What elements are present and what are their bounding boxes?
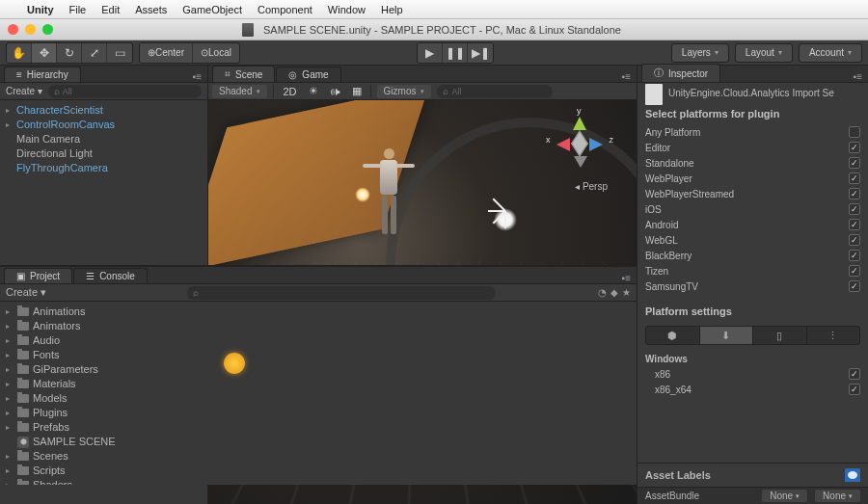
folder-plugins[interactable]: ▸Plugins [6, 406, 631, 420]
gizmo-x-axis[interactable] [550, 138, 570, 151]
audio-toggle-icon[interactable]: 🕪 [327, 86, 343, 97]
assetbundle-name-dropdown[interactable]: None [762, 490, 807, 502]
move-tool[interactable]: ✥ [32, 43, 57, 63]
folder-audio[interactable]: ▸Audio [6, 333, 631, 348]
scene-search[interactable]: All [437, 85, 553, 98]
folder-models[interactable]: ▸Models [6, 391, 631, 406]
scene-character[interactable] [374, 148, 403, 245]
zoom-window-button[interactable] [42, 24, 53, 35]
assetbundle-label: AssetBundle [645, 491, 699, 501]
hierarchy-item-characterscientist[interactable]: ▸CharacterScientist [6, 103, 202, 118]
platform-checkbox-webgl[interactable] [849, 234, 860, 246]
folder-animations[interactable]: ▸Animations [6, 305, 631, 319]
menu-file[interactable]: File [69, 4, 87, 15]
minimize-window-button[interactable] [25, 24, 36, 35]
shading-mode-dropdown[interactable]: Shaded [212, 85, 267, 98]
inspector-tab[interactable]: ⓘInspector [641, 64, 720, 82]
hierarchy-item-flythroughcamera[interactable]: FlyThroughCamera [6, 161, 202, 175]
orientation-gizmo[interactable]: y x z [546, 110, 613, 177]
hierarchy-item-controlroomcanvas[interactable]: ▸ControlRoomCanvas [6, 118, 202, 132]
platform-checkbox-android[interactable] [849, 219, 860, 230]
project-tab[interactable]: ▣Project [4, 268, 72, 283]
layers-dropdown[interactable]: Layers [671, 43, 729, 63]
platform-tab-other[interactable]: ⋮ [807, 327, 860, 344]
hierarchy-search[interactable]: All [48, 85, 202, 98]
platform-checkbox-tizen[interactable] [849, 265, 860, 277]
folder-prefabs[interactable]: ▸Prefabs [6, 420, 631, 435]
folder-fonts[interactable]: ▸Fonts [6, 348, 631, 362]
platform-checkbox-webplayer[interactable] [849, 172, 860, 184]
folder-giparameters[interactable]: ▸GiParameters [6, 362, 631, 377]
scene-tab[interactable]: ⌗Scene [212, 66, 275, 82]
platform-checkbox-webplayerstreamed[interactable] [849, 188, 860, 199]
search-filter-type-icon[interactable]: ◆ [610, 287, 618, 298]
pause-button[interactable]: ❚❚ [443, 43, 468, 63]
menu-gameobject[interactable]: GameObject [182, 4, 242, 15]
platform-checkbox-ios[interactable] [849, 203, 860, 215]
folder-scenes[interactable]: ▸Scenes [6, 449, 631, 464]
hierarchy-tab[interactable]: ≡Hierarchy [4, 66, 81, 82]
fx-toggle-icon[interactable]: ▦ [349, 85, 365, 97]
folder-materials[interactable]: ▸Materials [6, 377, 631, 391]
hierarchy-panel-menu[interactable]: ▪≡ [187, 71, 207, 82]
project-tree: ▸Animations ▸Animators ▸Audio ▸Fonts ▸Gi… [0, 302, 637, 485]
folder-shaders[interactable]: ▸Shaders [6, 478, 631, 485]
gizmos-dropdown[interactable]: Gizmos [377, 85, 432, 98]
document-proxy-icon[interactable] [242, 23, 254, 37]
inspector-panel-menu[interactable]: ▪≡ [848, 71, 868, 82]
pivot-local-toggle[interactable]: ⊙ Local [193, 43, 239, 63]
win-label: x86_x64 [645, 385, 843, 395]
rotate-tool[interactable]: ↻ [57, 43, 82, 63]
platform-checkbox-editor[interactable] [849, 142, 860, 153]
layout-dropdown[interactable]: Layout [735, 43, 793, 63]
app-menu[interactable]: Unity [27, 4, 54, 15]
win-checkbox-x64[interactable] [849, 384, 860, 395]
project-panel-menu[interactable]: ▪≡ [616, 273, 637, 283]
menu-edit[interactable]: Edit [101, 4, 120, 15]
gizmo-z-axis[interactable] [589, 138, 610, 151]
search-filter-asset-icon[interactable]: ◔ [598, 287, 607, 298]
hierarchy-item-main-camera[interactable]: Main Camera [6, 132, 202, 146]
search-filter-label-icon[interactable]: ★ [622, 287, 631, 298]
platform-tab-mobile[interactable]: ▯ [753, 327, 807, 344]
hierarchy-item-directional-light[interactable]: Directional Light [6, 146, 202, 161]
scene-panel-menu[interactable]: ▪≡ [616, 71, 637, 82]
assetbundle-variant-dropdown[interactable]: None [815, 490, 860, 502]
asset-sample-scene[interactable]: ⬢SAMPLE SCENE [6, 435, 631, 449]
rect-tool[interactable]: ▭ [107, 43, 132, 63]
hierarchy-create-dropdown[interactable]: Create ▾ [6, 86, 42, 96]
close-window-button[interactable] [8, 24, 18, 35]
project-search[interactable] [187, 286, 496, 300]
menu-component[interactable]: Component [258, 4, 312, 15]
directional-light-gizmo[interactable] [492, 206, 519, 233]
menu-window[interactable]: Window [328, 4, 366, 15]
win-checkbox-x86[interactable] [849, 368, 860, 380]
step-button[interactable]: ▶❚ [468, 43, 493, 63]
menu-help[interactable]: Help [381, 4, 403, 15]
play-button[interactable]: ▶ [418, 43, 443, 63]
console-tab[interactable]: ☰Console [73, 268, 148, 283]
inspector-tabs: ⓘInspector ▪≡ [637, 66, 868, 83]
lighting-toggle-icon[interactable]: ☀ [306, 85, 321, 97]
gizmo-cube[interactable] [571, 130, 588, 156]
project-create-dropdown[interactable]: Create ▾ [6, 286, 46, 299]
toggle-2d[interactable]: 2D [280, 86, 299, 97]
platform-label: Editor [645, 143, 843, 153]
scale-tool[interactable]: ⤢ [82, 43, 107, 63]
account-dropdown[interactable]: Account [799, 43, 862, 63]
game-tab[interactable]: ◎Game [276, 66, 340, 82]
folder-scripts[interactable]: ▸Scripts [6, 464, 631, 478]
platform-tab-editor[interactable]: ⬢ [646, 327, 700, 344]
hand-tool[interactable]: ✋ [7, 43, 32, 63]
add-label-button[interactable] [845, 468, 860, 482]
projection-label[interactable]: Persp [575, 181, 608, 192]
platform-checkbox-blackberry[interactable] [849, 250, 860, 261]
platform-tab-standalone[interactable]: ⬇ [700, 327, 754, 344]
platform-checkbox-standalone[interactable] [849, 157, 860, 169]
menu-assets[interactable]: Assets [135, 4, 167, 15]
platform-checkbox-any[interactable] [849, 126, 860, 138]
folder-animators[interactable]: ▸Animators [6, 319, 631, 333]
gizmo-neg-y[interactable] [574, 156, 587, 174]
platform-checkbox-samsungtv[interactable] [849, 280, 860, 292]
pivot-center-toggle[interactable]: ⊕ Center [140, 43, 193, 63]
